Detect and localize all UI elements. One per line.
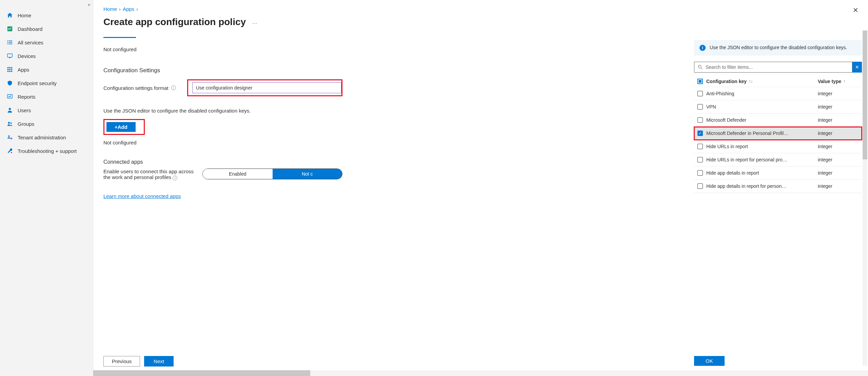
main-content: Home › Apps › Create app configuration p… [93, 0, 353, 376]
sidebar-item-label: Users [18, 107, 31, 113]
user-icon [6, 106, 14, 114]
table-row[interactable]: Microsoft Defenderinteger [694, 114, 862, 127]
table-row[interactable]: Hide app details in reportinteger [694, 166, 862, 180]
row-key-label: Anti-Phishing [706, 91, 818, 96]
sidebar-item-apps[interactable]: Apps [0, 63, 93, 76]
sidebar-item-endpoint-security[interactable]: Endpoint security [0, 76, 93, 90]
wrench-icon [6, 147, 14, 155]
row-checkbox[interactable] [697, 157, 703, 162]
sidebar-item-devices[interactable]: Devices [0, 49, 93, 63]
previous-button[interactable]: Previous [103, 356, 140, 367]
search-icon [698, 65, 703, 70]
row-value-label: integer [818, 91, 862, 96]
row-checkbox[interactable] [697, 91, 703, 96]
sidebar-item-reports[interactable]: Reports [0, 90, 93, 103]
horizontal-scrollbar[interactable] [93, 370, 868, 376]
sidebar-item-dashboard[interactable]: Dashboard [0, 22, 93, 36]
breadcrumb-apps[interactable]: Apps [123, 6, 134, 12]
col-value-type[interactable]: Value type ↑ [818, 79, 862, 84]
row-value-label: integer [818, 157, 862, 162]
row-checkbox[interactable] [697, 170, 703, 176]
sidebar-item-tenant-administration[interactable]: Tenant administration [0, 131, 93, 144]
table-body: Anti-PhishingintegerVPNintegerMicrosoft … [694, 87, 862, 193]
step-tab-active[interactable] [103, 35, 136, 38]
status-not-configured: Not configured [103, 46, 342, 52]
sidebar-item-label: Home [18, 13, 31, 18]
configuration-key-panel: ✕ i Use the JSON editor to configure the… [694, 0, 862, 376]
tenant-icon [6, 134, 14, 141]
svg-point-20 [8, 122, 10, 124]
row-value-label: integer [818, 104, 862, 110]
scrollbar-thumb[interactable] [863, 31, 867, 159]
svg-rect-8 [9, 58, 11, 58]
col-configuration-key[interactable]: Configuration key ↑↓ [706, 79, 818, 84]
table-row[interactable]: Hide URLs in report for personal pro…int… [694, 153, 862, 166]
row-value-label: integer [818, 170, 862, 176]
learn-more-link[interactable]: Learn more about connected apps [103, 193, 181, 199]
row-checkbox[interactable] [697, 104, 703, 110]
scrollbar[interactable] [863, 31, 867, 366]
clear-search-button[interactable]: ✕ [852, 62, 862, 73]
format-dropdown-highlight: Use configuration designer [187, 79, 342, 96]
svg-point-1 [7, 40, 8, 41]
row-checkbox[interactable] [697, 183, 703, 189]
table-row[interactable]: VPNinteger [694, 100, 862, 114]
format-dropdown[interactable]: Use configuration designer [192, 82, 341, 93]
svg-point-21 [10, 122, 12, 124]
close-icon[interactable]: ✕ [853, 6, 859, 14]
chevron-right-icon: › [136, 6, 138, 12]
next-button[interactable]: Next [144, 356, 174, 367]
svg-rect-13 [9, 69, 11, 70]
sidebar-item-groups[interactable]: Groups [0, 117, 93, 131]
scrollbar-thumb[interactable] [93, 370, 310, 376]
breadcrumb: Home › Apps › [103, 6, 342, 12]
status-not-configured-2: Not configured [103, 140, 342, 145]
sidebar-item-label: Reports [18, 94, 36, 100]
sidebar-item-troubleshooting[interactable]: Troubleshooting + support [0, 144, 93, 158]
table-row[interactable]: Anti-Phishinginteger [694, 87, 862, 100]
connected-toggle[interactable]: Enabled Not c [202, 169, 342, 179]
row-key-label: Hide app details in report for person… [706, 183, 818, 189]
info-icon[interactable]: i [173, 176, 177, 180]
select-all-checkbox[interactable] [697, 79, 703, 84]
info-icon[interactable]: i [171, 85, 176, 90]
sidebar-item-home[interactable]: Home [0, 8, 93, 22]
breadcrumb-home[interactable]: Home [103, 6, 117, 12]
sidebar-item-label: Devices [18, 53, 36, 59]
row-checkbox[interactable] [697, 117, 703, 123]
svg-rect-12 [7, 69, 9, 70]
add-button[interactable]: +Add [106, 122, 136, 132]
more-actions-icon[interactable]: … [252, 19, 258, 25]
add-button-highlight: +Add [103, 119, 145, 135]
info-banner: i Use the JSON editor to configure the d… [694, 40, 862, 56]
svg-rect-16 [9, 71, 11, 72]
toggle-enabled[interactable]: Enabled [203, 169, 272, 179]
chevron-right-icon: › [119, 6, 121, 12]
search-input[interactable]: Search to filter items... [694, 62, 852, 73]
table-row[interactable]: Hide URLs in reportinteger [694, 140, 862, 153]
info-icon: i [699, 45, 706, 51]
row-key-label: Microsoft Defender in Personal Profil… [706, 131, 818, 136]
table-row[interactable]: Hide app details in report for person…in… [694, 180, 862, 193]
monitor-icon [6, 52, 14, 60]
row-checkbox[interactable] [697, 144, 703, 149]
svg-rect-9 [7, 67, 9, 68]
toggle-not-configured[interactable]: Not c [273, 169, 342, 179]
svg-rect-2 [8, 41, 12, 41]
sidebar-item-label: All services [18, 40, 43, 45]
collapse-icon[interactable]: « [88, 2, 90, 7]
sort-icon: ↑ [843, 79, 845, 84]
svg-rect-6 [8, 44, 12, 44]
sidebar-item-label: Tenant administration [18, 135, 66, 140]
format-label: Configuration settings format i [103, 85, 187, 91]
row-checkbox[interactable]: ✓ [697, 131, 703, 136]
json-note: Use the JSON editor to configure the dis… [103, 108, 342, 114]
svg-rect-15 [7, 71, 9, 72]
sidebar: « Home Dashboard All services Devices Ap… [0, 0, 93, 376]
table-row[interactable]: ✓Microsoft Defender in Personal Profil…i… [694, 127, 862, 140]
sidebar-item-all-services[interactable]: All services [0, 36, 93, 49]
table-header: Configuration key ↑↓ Value type ↑ [694, 76, 862, 87]
ok-button[interactable]: OK [694, 356, 725, 366]
report-icon [6, 93, 14, 100]
sidebar-item-users[interactable]: Users [0, 103, 93, 117]
